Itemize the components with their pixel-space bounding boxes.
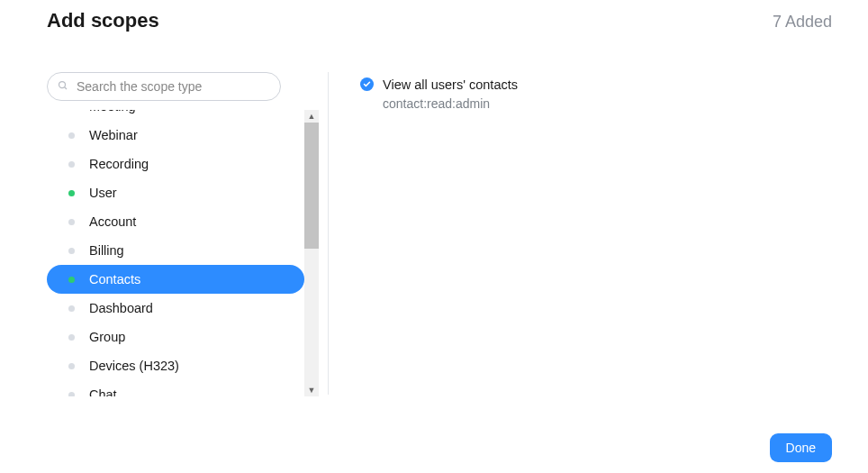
sidebar-item-label: Meeting [89,110,136,114]
scope-checkbox[interactable] [360,77,374,91]
scrollbar[interactable]: ▲ ▼ [304,110,319,396]
sidebar-item-group[interactable]: Group [47,323,304,351]
status-dot-icon [68,190,75,196]
vertical-divider [328,72,329,395]
scope-detail-pane: View all users' contactscontact:read:adm… [328,72,518,396]
status-dot-icon [68,305,75,312]
sidebar-item-recording[interactable]: Recording [47,150,304,178]
sidebar-item-contacts[interactable]: Contacts [47,265,304,294]
sidebar-item-label: Billing [89,243,124,258]
sidebar-item-account[interactable]: Account [47,207,304,236]
status-dot-icon [68,392,75,397]
added-count: 7 Added [773,13,832,32]
sidebar-item-chat[interactable]: Chat [47,380,304,396]
status-dot-icon [68,219,75,225]
sidebar-item-meeting[interactable]: Meeting [47,110,304,121]
page-title: Add scopes [47,9,159,32]
status-dot-icon [68,161,75,168]
sidebar-item-label: Chat [89,387,117,396]
sidebar-item-label: Account [89,214,136,229]
status-dot-icon [68,248,75,254]
sidebar-item-label: Recording [89,157,149,171]
sidebar-item-billing[interactable]: Billing [47,236,304,265]
search-wrap [47,72,328,101]
scope-option-text: View all users' contactscontact:read:adm… [383,76,518,114]
status-dot-icon [68,363,75,369]
scope-type-list: MeetingWebinarRecordingUserAccountBillin… [47,110,304,396]
sidebar-item-webinar[interactable]: Webinar [47,121,304,150]
scope-option-title: View all users' contacts [383,76,518,94]
status-dot-icon [68,277,75,283]
search-input[interactable] [47,72,281,101]
scrollbar-thumb[interactable] [304,123,319,249]
scope-option-id: contact:read:admin [383,96,518,114]
sidebar-item-dashboard[interactable]: Dashboard [47,294,304,323]
sidebar-item-label: Contacts [89,272,140,287]
sidebar-item-label: Dashboard [89,301,153,315]
sidebar-item-label: Group [89,330,125,344]
sidebar-item-label: Webinar [89,128,138,142]
scrollbar-down-arrow-icon[interactable]: ▼ [304,384,319,396]
done-button[interactable]: Done [770,433,832,462]
dialog-header: Add scopes 7 Added [0,0,868,32]
scrollbar-up-arrow-icon[interactable]: ▲ [304,110,319,123]
sidebar-item-user[interactable]: User [47,178,304,207]
status-dot-icon [68,334,75,341]
sidebar-item-label: User [89,186,117,200]
scope-option-row: View all users' contactscontact:read:adm… [360,76,518,114]
status-dot-icon [68,132,75,139]
sidebar-item-devices-h323-[interactable]: Devices (H323) [47,351,304,380]
sidebar-item-label: Devices (H323) [89,359,179,373]
